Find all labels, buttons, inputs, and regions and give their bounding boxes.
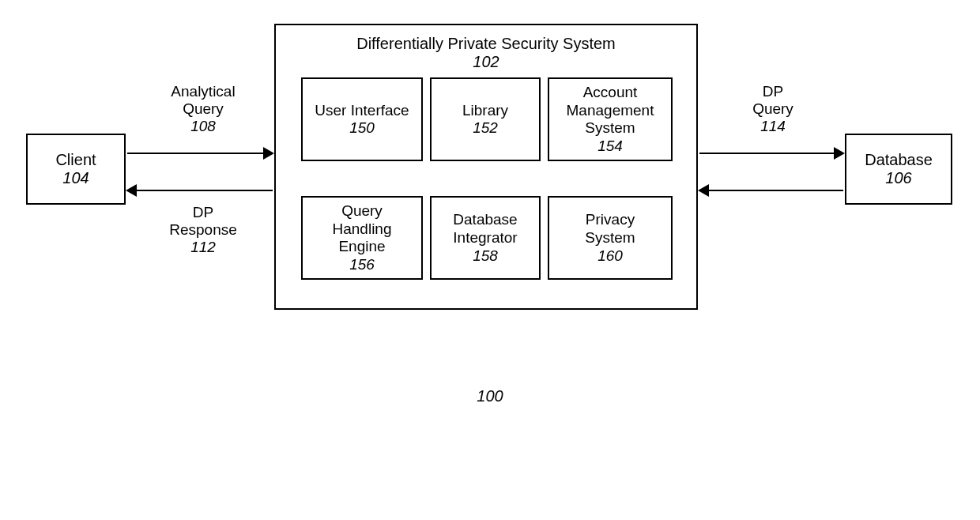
module-ui-num: 150 (349, 119, 375, 137)
label-dp-query: DP Query 114 (733, 83, 812, 135)
module-ps-num: 160 (597, 247, 623, 265)
dp-query-num: 114 (733, 118, 812, 135)
module-privacy-system: Privacy System 160 (548, 196, 673, 280)
module-lib-title: Library (462, 102, 508, 120)
module-ams-num: 154 (597, 138, 623, 155)
module-ui-title: User Interface (315, 102, 409, 120)
arrow-dp-query (699, 153, 843, 154)
client-num: 104 (62, 169, 89, 187)
module-query-handling-engine: Query Handling Engine 156 (301, 196, 423, 280)
analytical-query-num: 108 (156, 118, 251, 135)
module-database-integrator: Database Integrator 158 (430, 196, 541, 280)
diagram-number: 100 (471, 387, 509, 405)
module-ps-title: Privacy System (585, 211, 635, 247)
module-account-management-system: Account Management System 154 (548, 77, 673, 161)
module-user-interface: User Interface 150 (301, 77, 423, 161)
module-ams-title: Account Management System (567, 84, 654, 138)
label-analytical-query: Analytical Query 108 (156, 83, 251, 135)
arrow-db-return (699, 190, 843, 191)
module-dbi-title: Database Integrator (453, 211, 517, 247)
diagram-canvas: Client 104 Database 106 Differentially P… (0, 0, 980, 520)
dp-response-num: 112 (156, 239, 251, 256)
client-title: Client (55, 151, 96, 169)
module-lib-num: 152 (473, 119, 498, 137)
dp-response-title: DP Response (156, 204, 251, 239)
label-dp-response: DP Response 112 (156, 204, 251, 256)
database-title: Database (865, 151, 933, 169)
dps-title: Differentially Private Security System (276, 35, 696, 53)
dps-num: 102 (276, 53, 696, 71)
analytical-query-title: Analytical Query (156, 83, 251, 118)
module-dbi-num: 158 (473, 247, 498, 265)
dp-query-title: DP Query (733, 83, 812, 118)
arrow-dp-response (127, 190, 273, 191)
client-box: Client 104 (26, 134, 126, 205)
database-num: 106 (885, 169, 911, 187)
database-box: Database 106 (845, 134, 952, 205)
module-library: Library 152 (430, 77, 541, 161)
module-qhe-title: Query Handling Engine (333, 202, 392, 256)
arrow-analytical-query (127, 153, 273, 154)
module-qhe-num: 156 (349, 256, 375, 273)
